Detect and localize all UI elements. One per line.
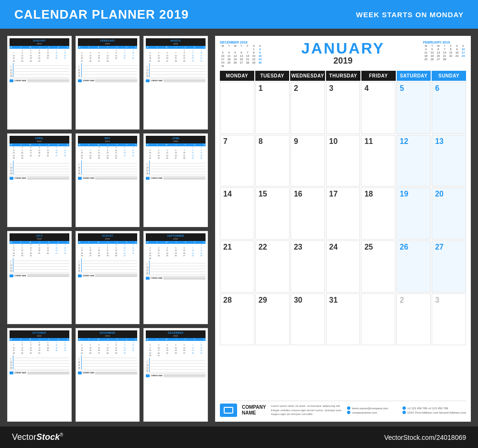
mini-cal-month-header: APRIL2019 bbox=[10, 136, 69, 143]
next-month-grid: M T W T F S S 4 5 6 7 8 9 10 11 bbox=[423, 44, 466, 61]
mini-cal-month-header: NOVEMBER2019 bbox=[78, 330, 138, 338]
rtm-header: F bbox=[245, 44, 250, 47]
mini-cal-note-lines: 7142128 bbox=[78, 63, 138, 77]
rtm-header: T bbox=[226, 44, 232, 47]
mini-calendar-october: OCTOBER2019MTWTFSS1234567891011121314151… bbox=[7, 328, 72, 422]
bottom-logo-bold: Stock bbox=[36, 432, 60, 442]
cal-cell-sun: 20 bbox=[432, 187, 466, 240]
mini-calendar-november: NOVEMBER2019MTWTFSS123456789101112131415… bbox=[76, 328, 140, 422]
mini-calendar-august: AUGUST2019MTWTFSS12345678910111213141516… bbox=[76, 231, 140, 325]
mini-cal-note-lines: 7142128 bbox=[146, 63, 206, 77]
mini-cal-logo bbox=[10, 177, 13, 180]
mini-cal-footer: COMPANY NAME bbox=[146, 176, 206, 180]
mini-cal-month-header: JULY2019 bbox=[10, 233, 69, 241]
cal-cell: 29 bbox=[255, 294, 290, 346]
mini-cal-logo bbox=[10, 79, 13, 82]
mini-cal-day-headers: MTWTFSS bbox=[146, 338, 206, 341]
mini-calendar-may: MAY2019MTWTFSS12345678910111213141516171… bbox=[76, 133, 140, 227]
cal-cell-sat: 26 bbox=[396, 240, 431, 293]
cal-cell-sat: 12 bbox=[396, 135, 431, 187]
cal-cell: 9 bbox=[291, 135, 325, 187]
mini-cal-logo bbox=[10, 372, 13, 374]
mini-calendar-december: DECEMBER2019MTWTFSS123456789101112131415… bbox=[143, 328, 208, 422]
mini-cal-footer: COMPANY NAME bbox=[10, 273, 69, 277]
mini-cal-day-headers: MTWTFSS bbox=[10, 46, 69, 49]
cal-cell: 21 bbox=[220, 240, 254, 293]
mini-calendar-july: JULY2019MTWTFSS1234567891011121314151617… bbox=[7, 231, 72, 325]
mini-cal-date-grid: 1234567891011121314151617181920212223242… bbox=[10, 341, 69, 354]
footer-contact: lorem.ipsum@company.com companyname.com bbox=[347, 406, 398, 414]
cal-cell-sat: 19 bbox=[396, 187, 431, 240]
cal-cell: 24 bbox=[326, 240, 360, 293]
mini-calendar-march: MARCH2019MTWTFSS123456789101112131415161… bbox=[143, 36, 208, 130]
cal-cell-sun: 27 bbox=[432, 240, 466, 293]
mini-cal-date-grid: 1234567891011121314151617181920212223242… bbox=[78, 147, 138, 160]
mini-cal-footer: COMPANY NAME bbox=[146, 373, 206, 377]
mini-calendar-february: FEBRUARY2019MTWTFSS123456789101112131415… bbox=[76, 36, 140, 130]
cal-cell: 18 bbox=[361, 187, 395, 240]
day-header-thu: THURSDAY bbox=[326, 71, 360, 81]
day-header-mon: MONDAY bbox=[220, 71, 254, 81]
mini-cal-day-headers: MTWTFSS bbox=[78, 143, 138, 146]
mini-calendar-june: JUNE2019MTWTFSS1234567891011121314151617… bbox=[143, 133, 208, 227]
mini-cal-day-headers: MTWTFSS bbox=[146, 46, 206, 49]
left-panel: JANUARY2019MTWTFSS1234567891011121314151… bbox=[7, 36, 208, 422]
calendar-footer: COMPANYNAME Lorem ipsum dolor sit amet, … bbox=[220, 401, 466, 417]
rtm-header: W bbox=[232, 44, 238, 47]
next-month-mini: FEBRUARY 2019 M T W T F S S 4 5 6 7 8 9 bbox=[423, 41, 466, 68]
footer-phone: +0 123 456 789 +0 123 456 789 bbox=[402, 406, 466, 410]
mini-cal-month-header: MAY2019 bbox=[78, 136, 138, 143]
cal-cell: 15 bbox=[255, 187, 290, 240]
day-header-fri: FRIDAY bbox=[361, 71, 396, 81]
main-month-name: JANUARY bbox=[301, 41, 385, 56]
mini-cal-day-headers: MTWTFSS bbox=[10, 338, 69, 341]
bottom-logo: VectorStock® bbox=[12, 432, 63, 442]
mini-cal-note-lines: 7142128 bbox=[78, 355, 138, 370]
cal-cell: 28 bbox=[220, 294, 254, 346]
mini-cal-day-headers: MTWTFSS bbox=[146, 143, 206, 146]
mini-cal-month-header: JANUARY2019 bbox=[10, 38, 69, 46]
mini-cal-date-grid: 1234567891011121314151617181920212223242… bbox=[78, 341, 138, 354]
cal-cell: 10 bbox=[326, 135, 360, 187]
cal-cell-sat: 5 bbox=[396, 82, 431, 134]
cal-cell: 1 bbox=[255, 82, 290, 134]
cal-cell bbox=[361, 294, 395, 346]
mini-cal-month-header: AUGUST2019 bbox=[78, 233, 138, 241]
day-header-wed: WEDNESDAY bbox=[290, 71, 325, 81]
registered-symbol: ® bbox=[60, 432, 63, 437]
footer-logo bbox=[220, 404, 237, 417]
prev-month-mini: DECEMBER 2018 M T W T F S S 1 2 bbox=[220, 41, 263, 68]
rtm-header: M bbox=[220, 44, 226, 47]
cal-cell: 11 bbox=[361, 135, 395, 187]
header-subtitle: WEEK STARTS ON MONDAY bbox=[356, 11, 464, 19]
right-panel: DECEMBER 2018 M T W T F S S 1 2 bbox=[215, 36, 471, 422]
cal-cell: 7 bbox=[220, 135, 254, 187]
email-icon bbox=[347, 406, 350, 410]
mini-cal-logo bbox=[10, 274, 13, 277]
prev-month-label: DECEMBER 2018 bbox=[220, 41, 263, 44]
day-headers: MONDAY TUESDAY WEDNESDAY THURSDAY FRIDAY… bbox=[220, 71, 466, 81]
mini-cal-date-grid: 1234567891011121314151617181920212223242… bbox=[146, 147, 206, 160]
mini-cal-note-lines: 7142128 bbox=[10, 355, 69, 370]
mini-calendar-january: JANUARY2019MTWTFSS1234567891011121314151… bbox=[7, 36, 72, 130]
next-month-label: FEBRUARY 2019 bbox=[423, 41, 466, 44]
mini-cal-day-headers: MTWTFSS bbox=[78, 338, 138, 341]
cal-cell: 14 bbox=[220, 187, 254, 240]
right-top-row: DECEMBER 2018 M T W T F S S 1 2 bbox=[220, 41, 466, 68]
mini-cal-month-header: OCTOBER2019 bbox=[10, 330, 69, 338]
mini-cal-note-lines: 7142128 bbox=[78, 161, 138, 175]
cal-cell: 22 bbox=[255, 240, 290, 293]
mini-cal-note-lines: 7142128 bbox=[10, 258, 69, 273]
mini-cal-logo bbox=[146, 79, 150, 82]
mini-cal-note-lines: 7142128 bbox=[146, 358, 206, 372]
mini-cal-date-grid: 1234567891011121314151617181920212223242… bbox=[146, 49, 206, 62]
cal-cell-sun: 13 bbox=[432, 135, 466, 187]
footer-website: companyname.com bbox=[347, 411, 398, 414]
footer-logo-inner bbox=[224, 407, 233, 414]
mini-cal-day-headers: MTWTFSS bbox=[10, 143, 69, 146]
mini-cal-footer: COMPANY NAME bbox=[10, 176, 69, 180]
main-month-title: JANUARY 2019 bbox=[301, 41, 385, 66]
mini-cal-month-header: DECEMBER2019 bbox=[146, 330, 206, 338]
top-header: CALENDAR PLANNER 2019 WEEK STARTS ON MON… bbox=[0, 0, 478, 29]
mini-cal-footer: COMPANY NAME bbox=[146, 78, 206, 82]
